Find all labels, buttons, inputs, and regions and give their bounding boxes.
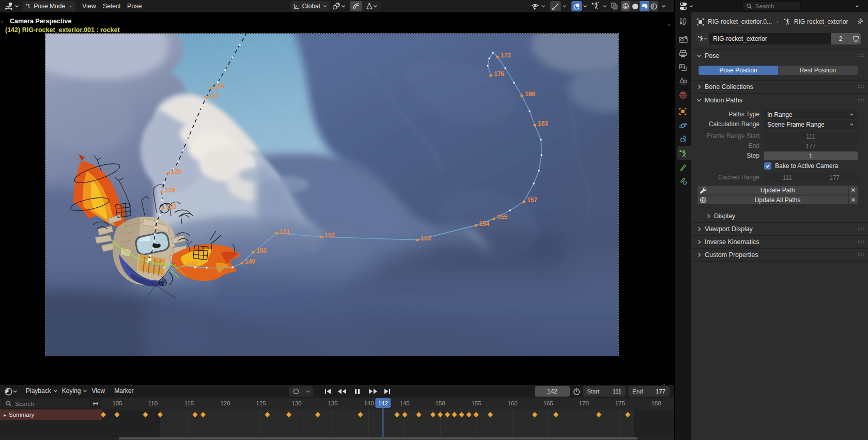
svg-text:155: 155: [497, 214, 507, 221]
svg-text:126: 126: [171, 168, 181, 175]
svg-text:176: 176: [494, 70, 504, 78]
svg-text:116: 116: [214, 83, 225, 90]
svg-text:166: 166: [525, 90, 535, 98]
svg-text:149: 149: [245, 258, 255, 265]
svg-text:152: 152: [324, 232, 335, 239]
svg-text:172: 172: [501, 52, 511, 59]
svg-text:117: 117: [209, 92, 220, 99]
svg-text:154: 154: [479, 220, 489, 227]
svg-text:153: 153: [421, 235, 431, 242]
svg-text:151: 151: [280, 228, 290, 235]
svg-text:133: 133: [166, 203, 177, 210]
svg-text:163: 163: [538, 120, 548, 127]
svg-text:129: 129: [165, 187, 175, 194]
svg-text:142: 142: [378, 400, 388, 406]
svg-text:147: 147: [187, 261, 197, 268]
svg-text:157: 157: [527, 196, 537, 204]
svg-text:150: 150: [256, 247, 267, 254]
